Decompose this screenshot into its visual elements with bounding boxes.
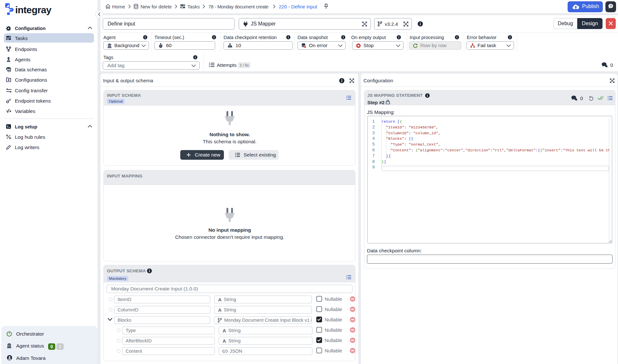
svg-text:?: ? bbox=[610, 4, 612, 8]
